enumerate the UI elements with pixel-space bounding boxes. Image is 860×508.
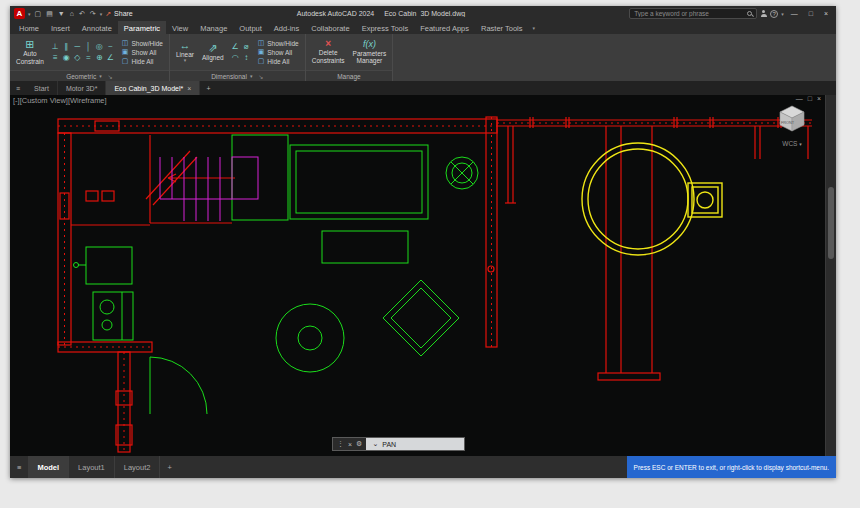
tab-raster-tools[interactable]: Raster Tools — [475, 21, 529, 34]
file-tab-menu-icon[interactable]: ≡ — [10, 81, 26, 95]
file-tab-close-icon[interactable]: × — [187, 85, 191, 92]
open-file-icon[interactable]: ▤ — [45, 10, 54, 18]
horizontal-constraint-icon[interactable]: ─ — [72, 41, 83, 52]
command-grip-icon[interactable]: ⋮ — [337, 440, 344, 448]
drawing-canvas[interactable]: [-][Custom View][Wireframe] — □ × FRONT … — [10, 95, 836, 456]
tab-layout1[interactable]: Layout1 — [69, 456, 115, 478]
tab-view[interactable]: View — [166, 21, 194, 34]
vertical-constraint-icon[interactable]: │ — [83, 41, 94, 52]
layout-menu-icon[interactable]: ≡ — [10, 456, 28, 478]
geometric-dialog-launcher-icon[interactable]: ↘ — [108, 73, 113, 80]
undo-icon[interactable]: ↶ — [78, 10, 86, 18]
sign-in-icon[interactable] — [760, 10, 767, 17]
symmetric-constraint-icon[interactable]: ◇ — [72, 52, 83, 63]
tab-insert[interactable]: Insert — [45, 21, 76, 34]
cad-red-walls[interactable] — [58, 117, 812, 452]
file-tab-eco-cabin[interactable]: Eco Cabin_3D Model* × — [106, 81, 200, 95]
scrollbar-thumb[interactable] — [828, 187, 834, 259]
dimensional-panel-label[interactable]: Dimensional ▾ ↘ — [170, 70, 305, 81]
diameter-dim-icon[interactable]: ⌀ — [241, 41, 252, 52]
coincident-constraint-icon[interactable]: ∠ — [105, 52, 116, 63]
tab-output[interactable]: Output — [233, 21, 268, 34]
viewport-minimize-icon[interactable]: — — [796, 95, 803, 102]
dim-show-hide-button[interactable]: ◫ Show/Hide — [256, 39, 301, 47]
dim-show-all-button[interactable]: ▣ Show All — [256, 48, 301, 56]
search-icon[interactable] — [747, 11, 752, 16]
tab-express-tools[interactable]: Express Tools — [356, 21, 415, 34]
vertical-scrollbar[interactable] — [825, 95, 836, 456]
file-tab-start[interactable]: Start — [26, 81, 58, 95]
plot-icon[interactable]: ⌂ — [69, 10, 75, 17]
parameters-manager-button[interactable]: f(x) Parameters Manager — [351, 39, 389, 65]
command-input[interactable]: ⌄ PAN — [366, 438, 464, 450]
dimensional-constraints-grid: ∠ ⌀ ◠ ↕ — [230, 41, 252, 63]
wcs-dropdown[interactable]: WCS ▾ — [774, 140, 810, 147]
geo-hide-all-button[interactable]: ▢ Hide All — [120, 57, 165, 65]
autocad-logo[interactable]: A — [14, 8, 25, 19]
tab-add-ins[interactable]: Add-ins — [268, 21, 305, 34]
help-dropdown-icon[interactable]: ▾ — [781, 11, 784, 17]
ribbon-collapse-icon[interactable]: ▾ — [533, 21, 536, 34]
viewport-controls-label[interactable]: [-][Custom View][Wireframe] — [13, 96, 107, 105]
tangent-constraint-icon[interactable]: ◎ — [94, 41, 105, 52]
quick-access-dropdown-icon[interactable]: ▾ — [100, 11, 103, 17]
close-button[interactable]: × — [820, 10, 832, 17]
restore-button[interactable]: □ — [805, 10, 817, 17]
fix-constraint-icon[interactable]: ⊕ — [94, 52, 105, 63]
save-icon[interactable]: ▼ — [57, 10, 66, 17]
file-tab-bar: ≡ Start Motor 3D* Eco Cabin_3D Model* × … — [10, 81, 836, 95]
cad-green-furniture[interactable] — [74, 135, 479, 414]
ribbon-tab-row: Home Insert Annotate Parametric View Man… — [10, 21, 836, 34]
linear-constraint-button[interactable]: ↔ Linear ▾ — [174, 40, 196, 65]
geometric-panel-label[interactable]: Geometric ▾ ↘ — [10, 70, 169, 81]
cad-magenta-stairs[interactable] — [160, 157, 258, 221]
command-line[interactable]: ⋮ × ⚙ ⌄ PAN — [332, 437, 465, 451]
dim-hide-all-button[interactable]: ▢ Hide All — [256, 57, 301, 65]
tab-parametric[interactable]: Parametric — [118, 21, 166, 34]
dimensional-dialog-launcher-icon[interactable]: ↘ — [258, 73, 263, 80]
file-tab-motor[interactable]: Motor 3D* — [58, 81, 107, 95]
ribbon-panel-dimensional: ↔ Linear ▾ ⇗ Aligned ∠ ⌀ ◠ ↕ ◫ — [170, 34, 306, 81]
perpendicular-constraint-icon[interactable]: ⊥ — [50, 41, 61, 52]
new-layout-icon[interactable]: + — [160, 456, 178, 478]
tab-model[interactable]: Model — [28, 456, 69, 478]
window-title: Autodesk AutoCAD 2024 Eco Cabin_3D Model… — [136, 10, 626, 17]
viewport-close-icon[interactable]: × — [817, 95, 821, 102]
auto-constrain-button[interactable]: ⊞ Auto Constrain — [14, 39, 46, 65]
equal-constraint-icon[interactable]: = — [83, 52, 94, 63]
angular-dim-icon[interactable]: ∠ — [230, 41, 241, 52]
viewcube-icon[interactable]: FRONT — [775, 103, 809, 133]
geo-show-hide-button[interactable]: ◫ Show/Hide — [120, 39, 165, 47]
tab-manage[interactable]: Manage — [194, 21, 233, 34]
help-icon[interactable]: ? — [770, 10, 778, 18]
tab-featured-apps[interactable]: Featured Apps — [414, 21, 475, 34]
manage-panel-label[interactable]: Manage — [306, 70, 392, 81]
share-button[interactable]: Share — [114, 10, 133, 17]
redo-icon[interactable]: ↷ — [89, 10, 97, 18]
new-file-tab-icon[interactable]: + — [200, 81, 216, 95]
tab-annotate[interactable]: Annotate — [76, 21, 118, 34]
search-input[interactable]: Type a keyword or phrase — [629, 8, 757, 19]
vertical-dim-icon[interactable]: ↕ — [241, 52, 252, 63]
minimize-button[interactable]: — — [787, 10, 802, 17]
command-customize-icon[interactable]: ⚙ — [356, 440, 362, 448]
cad-drawing[interactable] — [10, 95, 823, 456]
linear-dropdown-icon[interactable]: ▾ — [184, 58, 187, 64]
logo-dropdown-icon[interactable]: ▾ — [28, 11, 31, 17]
smooth-constraint-icon[interactable]: ~ — [105, 41, 116, 52]
new-file-icon[interactable]: ▢ — [34, 10, 43, 18]
parallel-constraint-icon[interactable]: ∥ — [61, 41, 72, 52]
geo-hide-all-label: Hide All — [131, 58, 153, 65]
viewcube[interactable]: FRONT WCS ▾ — [774, 103, 810, 147]
delete-constraints-button[interactable]: × Delete Constraints — [310, 39, 347, 64]
radius-dim-icon[interactable]: ◠ — [230, 52, 241, 63]
command-close-icon[interactable]: × — [348, 441, 352, 448]
collinear-constraint-icon[interactable]: ≡ — [50, 52, 61, 63]
concentric-constraint-icon[interactable]: ◉ — [61, 52, 72, 63]
geo-show-all-button[interactable]: ▣ Show All — [120, 48, 165, 56]
viewport-restore-icon[interactable]: □ — [808, 95, 812, 102]
tab-home[interactable]: Home — [13, 21, 45, 34]
tab-collaborate[interactable]: Collaborate — [305, 21, 355, 34]
tab-layout2[interactable]: Layout2 — [115, 456, 161, 478]
aligned-constraint-button[interactable]: ⇗ Aligned — [200, 43, 226, 62]
